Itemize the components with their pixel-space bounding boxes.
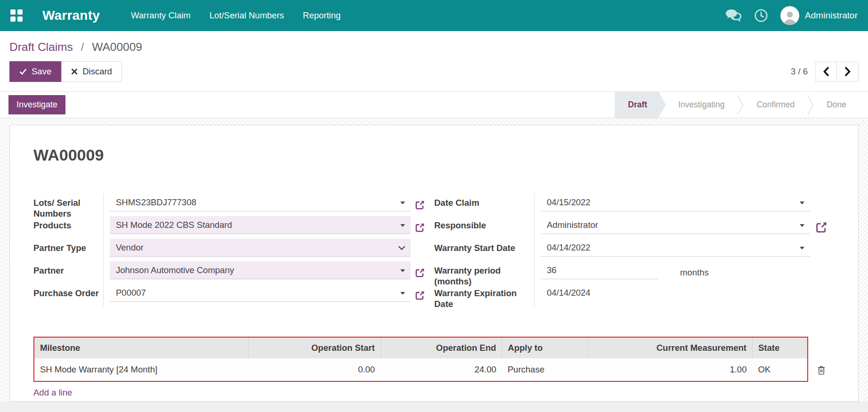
breadcrumb: Draft Claims / WA00009 (0, 31, 868, 54)
status-step-investigating[interactable]: Investigating (666, 92, 737, 118)
external-link-icon (815, 221, 828, 234)
statusbar: Investigate Draft Investigating Confirme… (0, 92, 868, 118)
x-icon (71, 68, 78, 75)
current-measurement-cell[interactable]: 1.00 (588, 358, 753, 381)
date-claim-field[interactable]: 04/15/2022 (541, 194, 810, 211)
investigate-button[interactable]: Investigate (8, 95, 65, 114)
products-field[interactable]: SH Mode 2022 CBS Standard (110, 216, 411, 234)
user-avatar (780, 6, 799, 25)
attention-highlight-box: Milestone Operation Start Operation End … (33, 337, 808, 382)
discard-button-label: Discard (82, 66, 112, 77)
partner-type-select[interactable]: Vendor (110, 239, 411, 257)
row-actions-column (808, 337, 835, 382)
pager-previous-button[interactable] (815, 62, 837, 81)
external-link-icon (414, 290, 425, 301)
lots-serial-numbers-label: Lots/ Serial Numbers (33, 194, 103, 216)
apps-grid-icon (10, 9, 16, 15)
breadcrumb-parent-link[interactable]: Draft Claims (9, 40, 73, 53)
partner-value: Johnson Automotive Company (116, 265, 234, 275)
list-footer-band (0, 402, 868, 412)
column-header-apply-to[interactable]: Apply to (502, 338, 588, 358)
dropdown-caret-icon (800, 224, 804, 227)
state-cell[interactable]: OK (752, 358, 807, 381)
dropdown-caret-icon (400, 202, 405, 204)
warranty-period-field[interactable]: 36 (541, 261, 658, 279)
warranty-start-date-label: Warranty Start Date (434, 239, 534, 261)
warranty-app-window: Warranty Warranty Claim Lot/Serial Numbe… (0, 0, 868, 412)
warranty-start-date-field[interactable]: 04/14/2022 (541, 239, 810, 257)
status-step-confirmed[interactable]: Confirmed (744, 92, 807, 118)
record-title: WA00009 (33, 146, 835, 164)
apps-menu-button[interactable] (10, 9, 23, 22)
column-header-state[interactable]: State (752, 338, 807, 358)
external-link-icon (414, 222, 425, 233)
chat-icon (725, 8, 742, 23)
delete-row-button[interactable] (817, 365, 826, 376)
partner-type-label: Partner Type (33, 239, 103, 261)
person-icon (782, 9, 798, 25)
dropdown-caret-icon (800, 247, 804, 250)
pager-buttons (815, 62, 859, 81)
form-view-background: WA00009 Lots/ Serial Numbers Products Pa… (0, 118, 868, 412)
column-header-milestone[interactable]: Milestone (34, 338, 249, 358)
external-link-icon (414, 200, 425, 210)
table-row[interactable]: SH Mode Warranty [24 Month] 0.00 24.00 P… (34, 358, 807, 381)
date-claim-label: Date Claim (434, 194, 534, 216)
open-product-record-button[interactable] (414, 222, 425, 233)
products-label: Products (33, 216, 103, 239)
right-label-column: Date Claim Responsible Warranty Start Da… (434, 194, 534, 307)
column-header-operation-start[interactable]: Operation Start (249, 338, 381, 358)
open-partner-record-button[interactable] (414, 267, 425, 278)
navbar-right: Administrator (725, 6, 858, 25)
status-step-draft[interactable]: Draft (615, 92, 666, 118)
pager-value: 3 / 6 (791, 66, 808, 77)
apply-to-cell[interactable]: Purchase (502, 358, 588, 381)
open-responsible-record-button[interactable] (815, 221, 828, 234)
save-button[interactable]: Save (9, 61, 61, 82)
warranty-expiration-date-label: Warranty Expiration Date (434, 284, 534, 307)
responsible-field[interactable]: Administrator (541, 216, 810, 234)
lots-serial-numbers-field[interactable]: SHMS23BDJ777308 (110, 194, 411, 211)
status-step-done[interactable]: Done (814, 92, 859, 118)
discard-button[interactable]: Discard (61, 61, 122, 82)
left-field-column: SHMS23BDJ777308 SH Mode 2022 CBS Standar… (103, 194, 411, 307)
right-link-column (810, 194, 835, 307)
dropdown-caret-icon (400, 224, 405, 227)
form-sheet: WA00009 Lots/ Serial Numbers Products Pa… (9, 125, 859, 402)
breadcrumb-current: WA00009 (92, 40, 142, 53)
messages-button[interactable] (725, 8, 742, 23)
record-buttons: Save Discard (9, 61, 122, 82)
app-brand[interactable]: Warranty (42, 8, 100, 23)
purchase-order-field[interactable]: P00007 (110, 284, 411, 302)
status-steps: Draft Investigating Confirmed Done (615, 92, 868, 118)
column-header-current-measurement[interactable]: Current Measurement (588, 338, 753, 358)
chevron-left-icon (823, 66, 829, 77)
menu-item-warranty-claim[interactable]: Warranty Claim (131, 10, 191, 21)
menu-item-lot-serial-numbers[interactable]: Lot/Serial Numbers (210, 10, 284, 21)
operation-end-cell[interactable]: 24.00 (381, 358, 502, 381)
activities-button[interactable] (754, 8, 768, 23)
partner-type-value: Vendor (116, 242, 144, 253)
open-lot-record-button[interactable] (414, 200, 425, 210)
chevron-down-icon (398, 243, 405, 250)
milestone-cell[interactable]: SH Mode Warranty [24 Month] (34, 358, 249, 381)
breadcrumb-separator: / (81, 40, 84, 53)
warranty-period-value: 36 (547, 265, 557, 275)
months-suffix: months (680, 267, 709, 278)
add-a-line-link[interactable]: Add a line (33, 388, 72, 398)
partner-label: Partner (33, 261, 103, 284)
column-header-operation-end[interactable]: Operation End (381, 338, 502, 358)
dropdown-caret-icon (400, 269, 405, 272)
purchase-order-value: P00007 (116, 288, 146, 298)
activity-clock-icon (754, 8, 768, 23)
partner-field[interactable]: Johnson Automotive Company (110, 261, 411, 279)
user-menu[interactable]: Administrator (780, 6, 858, 25)
operation-start-cell[interactable]: 0.00 (249, 358, 381, 381)
save-button-label: Save (32, 66, 51, 77)
pager-next-button[interactable] (837, 62, 859, 81)
date-claim-value: 04/15/2022 (547, 197, 591, 208)
top-navbar: Warranty Warranty Claim Lot/Serial Numbe… (0, 0, 868, 31)
menu-item-reporting[interactable]: Reporting (303, 10, 341, 21)
open-purchase-order-button[interactable] (414, 290, 425, 301)
milestones-list: Milestone Operation Start Operation End … (33, 337, 835, 382)
